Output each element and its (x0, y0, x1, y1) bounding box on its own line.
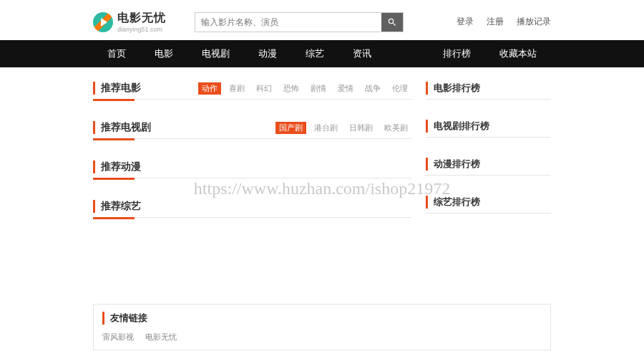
tag-scifi[interactable]: 科幻 (253, 82, 275, 95)
friendlink-1[interactable]: 雷风影视 (102, 332, 134, 343)
rank-anime: 动漫排行榜 (426, 158, 551, 176)
friendlink-2[interactable]: 电影无忧 (145, 332, 177, 343)
rank-tv-title: 电视剧排行榜 (426, 120, 489, 133)
nav-favorite[interactable]: 收藏本站 (485, 47, 551, 60)
search-icon (387, 17, 397, 27)
tag-horror[interactable]: 恐怖 (280, 82, 303, 95)
section-variety: 推荐综艺 (93, 200, 411, 219)
search-input[interactable] (195, 13, 381, 32)
search-button[interactable] (381, 13, 403, 32)
rank-movie-title: 电影排行榜 (426, 82, 480, 95)
logo[interactable]: 电影无忧 dianying51.com (93, 11, 166, 33)
tag-drama[interactable]: 剧情 (307, 82, 330, 95)
user-links: 登录 注册 播放记录 (457, 16, 551, 28)
login-link[interactable]: 登录 (457, 16, 474, 28)
main-nav: 首页 电影 电视剧 动漫 综艺 资讯 排行榜 收藏本站 (0, 40, 644, 67)
nav-variety[interactable]: 综艺 (291, 47, 338, 60)
section-movie: 推荐电影 动作 喜剧 科幻 恐怖 剧情 爱情 战争 伦理 (93, 82, 411, 101)
logo-title: 电影无忧 (117, 11, 166, 26)
section-anime-title: 推荐动漫 (93, 161, 141, 173)
tag-western[interactable]: 欧美剧 (381, 122, 411, 134)
nav-news[interactable]: 资讯 (338, 47, 386, 60)
rank-movie: 电影排行榜 (426, 82, 551, 100)
tv-tags: 国产剧 港台剧 日韩剧 欧美剧 (275, 122, 411, 134)
logo-subtitle: dianying51.com (117, 26, 166, 33)
rank-variety: 综艺排行榜 (426, 196, 551, 214)
nav-tv[interactable]: 电视剧 (187, 47, 244, 60)
section-movie-title: 推荐电影 (93, 82, 141, 95)
nav-rank[interactable]: 排行榜 (429, 47, 485, 60)
movie-tags: 动作 喜剧 科幻 恐怖 剧情 爱情 战争 伦理 (198, 82, 411, 95)
register-link[interactable]: 注册 (487, 16, 504, 28)
tag-cn[interactable]: 国产剧 (275, 122, 306, 134)
history-link[interactable]: 播放记录 (517, 16, 551, 28)
tag-war[interactable]: 战争 (361, 82, 384, 95)
tag-action[interactable]: 动作 (198, 82, 221, 95)
tag-romance[interactable]: 爱情 (334, 82, 357, 95)
tag-jpkr[interactable]: 日韩剧 (346, 122, 376, 134)
tag-hktw[interactable]: 港台剧 (311, 122, 341, 134)
nav-home[interactable]: 首页 (93, 47, 140, 60)
header: 电影无忧 dianying51.com 登录 注册 播放记录 (93, 0, 551, 40)
logo-icon (93, 12, 113, 32)
section-tv-title: 推荐电视剧 (93, 121, 151, 134)
tag-comedy[interactable]: 喜剧 (225, 82, 248, 95)
section-tv: 推荐电视剧 国产剧 港台剧 日韩剧 欧美剧 (93, 121, 411, 140)
tag-ethics[interactable]: 伦理 (389, 82, 411, 95)
rank-variety-title: 综艺排行榜 (426, 196, 480, 209)
nav-movie[interactable]: 电影 (140, 47, 187, 60)
nav-anime[interactable]: 动漫 (244, 47, 291, 60)
friendlinks-box: 友情链接 雷风影视 电影无忧 (93, 304, 551, 350)
section-variety-title: 推荐综艺 (93, 200, 141, 213)
rank-tv: 电视剧排行榜 (426, 120, 551, 138)
friendlinks-title: 友情链接 (102, 312, 542, 325)
rank-anime-title: 动漫排行榜 (426, 158, 480, 171)
search-box (195, 12, 404, 32)
section-anime: 推荐动漫 (93, 161, 411, 180)
